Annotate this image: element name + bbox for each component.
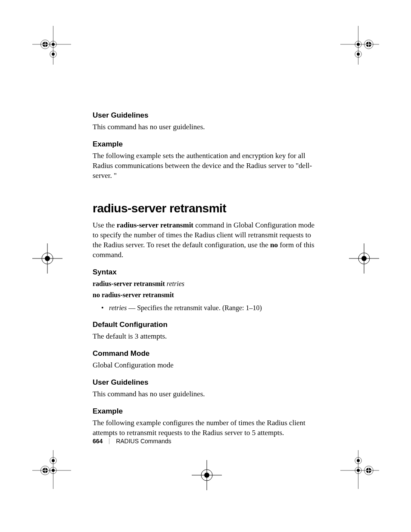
- command-title: radius-server retransmit: [93, 202, 317, 215]
- heading-example-1: Example: [93, 140, 317, 149]
- svg-point-23: [45, 256, 50, 261]
- svg-point-27: [361, 256, 367, 261]
- heading-user-guidelines-2: User Guidelines: [93, 378, 317, 387]
- svg-point-45: [357, 459, 360, 462]
- footer-separator: |: [109, 438, 110, 445]
- text-example-1: The following example sets the authentic…: [93, 151, 317, 181]
- intro-command: radius-server retransmit: [117, 221, 193, 229]
- svg-rect-51: [368, 468, 369, 473]
- bullet-desc: — Specifies the retransmit value. (Range…: [128, 304, 262, 311]
- syntax-bullet: • retries — Specifies the retransmit val…: [93, 303, 317, 313]
- svg-point-7: [52, 43, 55, 46]
- text-example-2: The following example configures the num…: [93, 418, 317, 438]
- regmark-top-right: [340, 26, 379, 65]
- heading-syntax: Syntax: [93, 268, 317, 277]
- regmark-top-left: [32, 26, 71, 65]
- page-footer: 664 | RADIUS Commands: [93, 438, 171, 445]
- intro-part1: Use the: [93, 221, 117, 229]
- svg-point-31: [52, 459, 55, 462]
- syntax1-cmd: radius-server retransmit: [93, 280, 167, 287]
- text-user-guidelines-2: This command has no user guidelines.: [93, 389, 317, 399]
- heading-user-guidelines-1: User Guidelines: [93, 111, 317, 120]
- svg-point-9: [52, 53, 55, 56]
- bullet-icon: •: [101, 303, 109, 313]
- syntax1-arg: retries: [167, 280, 184, 287]
- text-default-config: The default is 3 attempts.: [93, 332, 317, 342]
- svg-point-13: [357, 43, 360, 46]
- page-content: User Guidelines This command has no user…: [93, 111, 317, 438]
- svg-point-33: [52, 469, 55, 472]
- intro-no: no: [270, 241, 278, 249]
- page-number: 664: [93, 438, 103, 445]
- text-command-mode: Global Configuration mode: [93, 361, 317, 370]
- svg-rect-5: [45, 42, 45, 47]
- regmark-bottom-center: [192, 460, 222, 490]
- bullet-arg: retries: [109, 304, 128, 311]
- svg-rect-19: [368, 42, 369, 47]
- regmark-bottom-right: [340, 450, 379, 489]
- heading-example-2: Example: [93, 407, 317, 416]
- svg-point-41: [204, 473, 209, 478]
- regmark-mid-left: [32, 243, 62, 274]
- svg-rect-37: [45, 468, 45, 473]
- regmark-mid-right: [349, 243, 379, 274]
- syntax-line-2: no radius-server retransmit: [93, 290, 317, 300]
- intro-paragraph: Use the radius-server retransmit command…: [93, 221, 317, 260]
- footer-section-label: RADIUS Commands: [116, 438, 171, 445]
- text-user-guidelines-1: This command has no user guidelines.: [93, 122, 317, 132]
- heading-default-config: Default Configuration: [93, 320, 317, 329]
- syntax-line-1: radius-server retransmit retries: [93, 279, 317, 289]
- heading-command-mode: Command Mode: [93, 349, 317, 358]
- svg-point-15: [357, 53, 360, 56]
- regmark-bottom-left: [32, 450, 71, 489]
- svg-point-47: [357, 469, 360, 472]
